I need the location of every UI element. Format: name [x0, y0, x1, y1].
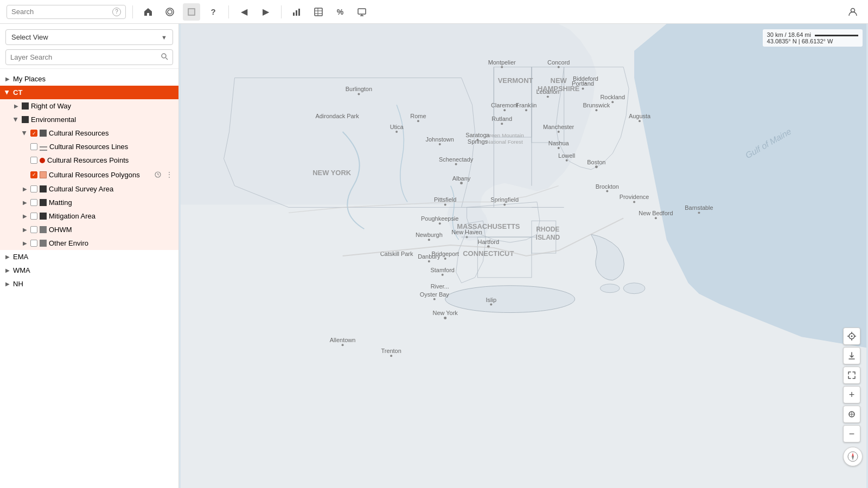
cultural-resources-polygons-checkbox[interactable]: [30, 171, 37, 178]
polygon-more-btn[interactable]: ⋮: [164, 170, 174, 179]
basemap-button[interactable]: [183, 3, 200, 21]
toolbar-search-input[interactable]: [11, 8, 109, 16]
point-icon: [40, 158, 45, 163]
cultural-survey-checkbox[interactable]: [30, 185, 37, 192]
cultural-resources-item[interactable]: ▶ Cultural Resources: [0, 126, 178, 140]
other-enviro-item[interactable]: ▶ Other Enviro: [0, 236, 178, 250]
forward-button[interactable]: ▶: [257, 3, 275, 21]
mitigation-area-item[interactable]: ▶ Mitigation Area: [0, 209, 178, 223]
svg-point-38: [547, 95, 549, 98]
cultural-resources-points-label: Cultural Resources Points: [47, 156, 174, 164]
toolbar-search[interactable]: ?: [7, 5, 126, 19]
mitigation-chevron: ▶: [22, 213, 28, 220]
ema-label: EMA: [13, 253, 174, 261]
svg-text:Danbury: Danbury: [418, 253, 441, 260]
cultural-resources-lines-checkbox[interactable]: [30, 143, 37, 150]
svg-point-105: [639, 120, 641, 122]
svg-point-79: [698, 211, 700, 214]
ohwm-checkbox[interactable]: [30, 226, 37, 233]
cultural-survey-label: Cultural Survey Area: [49, 185, 174, 193]
svg-text:New York: New York: [433, 310, 458, 316]
my-places-chevron: ▶: [4, 76, 11, 82]
layer-search-box[interactable]: [5, 49, 173, 65]
map-scale-bar: [815, 35, 858, 36]
pan-icon: [847, 410, 856, 419]
wma-chevron: ▶: [4, 267, 11, 274]
svg-point-71: [444, 203, 446, 206]
help-button[interactable]: ?: [205, 3, 222, 21]
ct-chevron: ▶: [4, 89, 11, 96]
cultural-resources-points-checkbox[interactable]: [30, 157, 37, 164]
layer-search-input[interactable]: [10, 53, 157, 61]
mitigation-icon: [40, 213, 47, 220]
compass-icon: [847, 451, 858, 462]
cultural-resources-lines-label: Cultural Resources Lines: [49, 143, 174, 151]
wma-label: WMA: [13, 266, 174, 274]
pan-button[interactable]: [843, 406, 860, 423]
table-button[interactable]: [310, 3, 327, 21]
environmental-item[interactable]: ▶ Environmental: [0, 113, 178, 126]
svg-point-107: [342, 344, 344, 346]
nh-item[interactable]: ▶ NH: [0, 277, 178, 291]
forward-icon: ▶: [263, 7, 269, 17]
svg-point-44: [503, 109, 506, 111]
row-chevron: ▶: [13, 103, 20, 110]
zoom-out-button[interactable]: −: [843, 425, 860, 442]
user-icon: [848, 7, 858, 17]
cultural-resources-points-item[interactable]: Cultural Resources Points: [0, 153, 178, 167]
matting-icon: [40, 199, 47, 206]
locate-button[interactable]: [843, 328, 860, 345]
zoom-in-button[interactable]: +: [843, 386, 860, 403]
toolbar: ? ? ◀ ▶: [0, 0, 868, 24]
map-area[interactable]: Montpelier Concord Portland Rockland Bru…: [179, 24, 868, 488]
user-button[interactable]: [844, 3, 861, 21]
polygon-style-btn[interactable]: [153, 170, 163, 179]
chart-button[interactable]: [288, 3, 305, 21]
cultural-survey-icon: [40, 185, 47, 192]
svg-text:Burlington: Burlington: [346, 86, 372, 92]
matting-item[interactable]: ▶ Matting: [0, 196, 178, 209]
map-svg: Montpelier Concord Portland Rockland Bru…: [179, 24, 868, 488]
cultural-resources-polygons-item[interactable]: Cultural Resources Polygons ⋮: [0, 167, 178, 182]
svg-point-128: [851, 336, 853, 337]
back-button[interactable]: ◀: [235, 3, 253, 21]
ct-item[interactable]: ▶ CT: [0, 86, 178, 99]
select-view-dropdown[interactable]: Select View ▼: [5, 29, 173, 45]
chart-icon: [292, 7, 302, 17]
home-button[interactable]: [139, 3, 157, 21]
ohwm-item[interactable]: ▶ OHWM: [0, 223, 178, 236]
ohwm-icon: [40, 226, 47, 233]
svg-text:NEW: NEW: [551, 76, 567, 85]
download-button[interactable]: [843, 347, 860, 364]
svg-text:New Bedford: New Bedford: [639, 210, 673, 216]
svg-text:Oyster Bay: Oyster Bay: [420, 291, 450, 298]
mitigation-checkbox[interactable]: [30, 213, 37, 220]
svg-point-54: [606, 190, 608, 192]
my-places-item[interactable]: ▶ My Places: [0, 72, 178, 86]
other-enviro-icon: [40, 240, 47, 247]
matting-checkbox[interactable]: [30, 199, 37, 206]
svg-text:Stamford: Stamford: [431, 267, 455, 273]
bookmark-button[interactable]: [161, 3, 178, 21]
cultural-resources-checkbox[interactable]: [30, 130, 37, 137]
other-enviro-checkbox[interactable]: [30, 240, 37, 247]
right-of-way-item[interactable]: ▶ Right of Way: [0, 99, 178, 113]
nh-chevron: ▶: [4, 281, 11, 287]
wma-item[interactable]: ▶ WMA: [0, 264, 178, 277]
svg-text:National Forest: National Forest: [486, 139, 523, 145]
cultural-resources-chevron: ▶: [22, 130, 28, 137]
svg-text:Allentown: Allentown: [330, 337, 355, 343]
svg-point-26: [600, 284, 620, 293]
percent-button[interactable]: %: [331, 3, 349, 21]
svg-text:ISLAND: ISLAND: [536, 234, 560, 241]
map-scale-text: 30 km / 18.64 mi: [767, 31, 811, 38]
fullscreen-button[interactable]: [843, 367, 860, 384]
ema-item[interactable]: ▶ EMA: [0, 250, 178, 264]
cultural-resources-lines-item[interactable]: Cultural Resources Lines: [0, 140, 178, 153]
minus-icon: −: [849, 428, 855, 440]
svg-point-96: [428, 239, 430, 241]
svg-text:Concord: Concord: [547, 59, 570, 66]
monitor-button[interactable]: [353, 3, 371, 21]
cultural-survey-area-item[interactable]: ▶ Cultural Survey Area: [0, 182, 178, 196]
compass-button[interactable]: [843, 447, 863, 466]
